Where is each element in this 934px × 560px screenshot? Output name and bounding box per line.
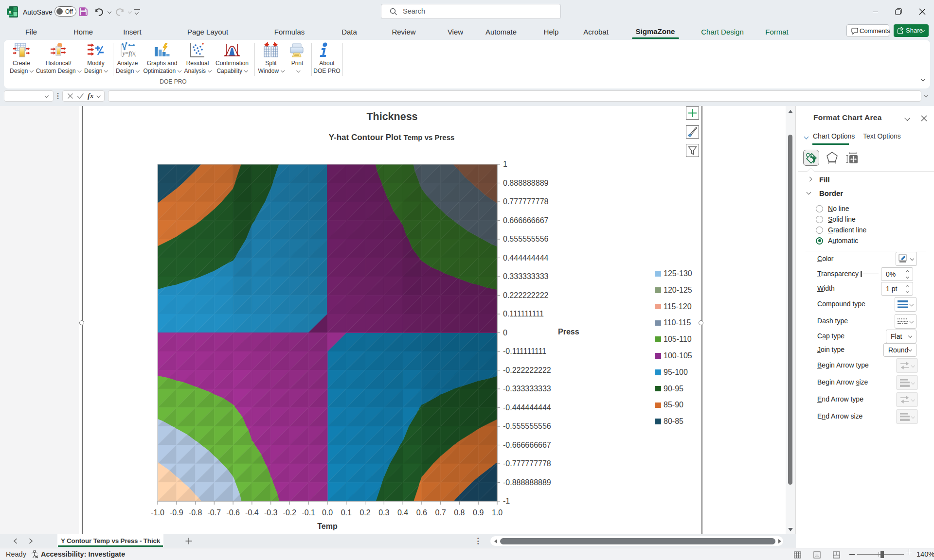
svg-text:x: x (9, 9, 12, 15)
svg-text:y=f(x): y=f(x) (122, 50, 136, 57)
